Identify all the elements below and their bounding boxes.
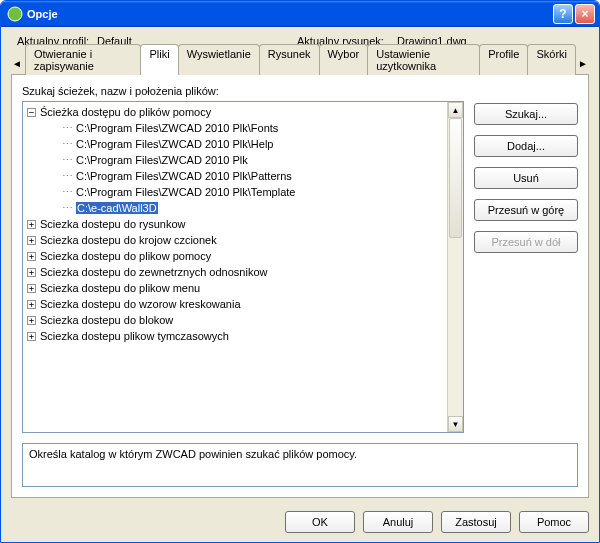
tree-child-label: C:\Program Files\ZWCAD 2010 Plk\Fonts bbox=[76, 122, 278, 134]
tab-profile[interactable]: Profile bbox=[479, 44, 528, 75]
side-buttons: Szukaj... Dodaj... Usuń Przesuń w górę P… bbox=[474, 101, 578, 433]
scroll-track[interactable] bbox=[448, 118, 463, 416]
tree-node-label: Sciezka dostepu do krojow czcionek bbox=[40, 234, 217, 246]
tree-child-label: C:\Program Files\ZWCAD 2010 Plk\Template bbox=[76, 186, 295, 198]
expand-icon[interactable]: + bbox=[27, 284, 36, 293]
svg-point-0 bbox=[8, 7, 22, 21]
tree-node-label: Sciezka dostepu do blokow bbox=[40, 314, 173, 326]
tree-child-label: C:\Program Files\ZWCAD 2010 Plk\Patterns bbox=[76, 170, 292, 182]
scroll-thumb[interactable] bbox=[449, 118, 462, 238]
app-icon bbox=[7, 6, 23, 22]
tree-connector-icon: ⋯ bbox=[62, 202, 72, 215]
tab-ustawienie-uzytkownika[interactable]: Ustawienie uzytkownika bbox=[367, 44, 480, 75]
cancel-button[interactable]: Anuluj bbox=[363, 511, 433, 533]
expand-icon[interactable]: + bbox=[27, 252, 36, 261]
tree-node[interactable]: +Sciezka dostepu do wzorow kreskowania bbox=[25, 296, 445, 312]
hint-panel: Określa katalog w którym ZWCAD powinien … bbox=[22, 443, 578, 487]
tab-strip: ◄ Otwieranie i zapisywaniePlikiWyswietla… bbox=[11, 53, 589, 75]
tree-node[interactable]: +Sciezka dostepu do zewnetrznych odnosni… bbox=[25, 264, 445, 280]
tree-child-path[interactable]: ⋯C:\Program Files\ZWCAD 2010 Plk\Fonts bbox=[25, 120, 445, 136]
move-up-button[interactable]: Przesuń w górę bbox=[474, 199, 578, 221]
tab-rysunek[interactable]: Rysunek bbox=[259, 44, 320, 75]
tabs-scroll-right[interactable]: ► bbox=[577, 55, 589, 71]
move-down-button[interactable]: Przesuń w dół bbox=[474, 231, 578, 253]
expand-icon[interactable]: + bbox=[27, 220, 36, 229]
add-button[interactable]: Dodaj... bbox=[474, 135, 578, 157]
panel-instruction: Szukaj ścieżek, nazw i położenia plików: bbox=[22, 85, 578, 97]
tree-child-path[interactable]: ⋯C:\Program Files\ZWCAD 2010 Plk\Pattern… bbox=[25, 168, 445, 184]
tree-node-label: Sciezka dostepu plikow tymczasowych bbox=[40, 330, 229, 342]
tree-child-path[interactable]: ⋯C:\Program Files\ZWCAD 2010 Plk bbox=[25, 152, 445, 168]
search-button[interactable]: Szukaj... bbox=[474, 103, 578, 125]
tree-child-label: C:\Program Files\ZWCAD 2010 Plk\Help bbox=[76, 138, 273, 150]
tree-child-path[interactable]: ⋯C:\e-cad\Wall3D bbox=[25, 200, 445, 216]
tree-node-label: Sciezka dostepu do plikow pomocy bbox=[40, 250, 211, 262]
tab-wybor[interactable]: Wybor bbox=[319, 44, 369, 75]
tree-node[interactable]: +Sciezka dostepu do blokow bbox=[25, 312, 445, 328]
apply-button[interactable]: Zastosuj bbox=[441, 511, 511, 533]
ok-button[interactable]: OK bbox=[285, 511, 355, 533]
path-tree-container: −Ścieżka dostępu do plików pomocy⋯C:\Pro… bbox=[22, 101, 464, 433]
expand-icon[interactable]: + bbox=[27, 236, 36, 245]
tree-node-label: Sciezka dostepu do zewnetrznych odnosnik… bbox=[40, 266, 267, 278]
tree-node-label: Sciezka dostepu do wzorow kreskowania bbox=[40, 298, 241, 310]
tab-wyswietlanie[interactable]: Wyswietlanie bbox=[178, 44, 260, 75]
help-window-button[interactable]: ? bbox=[553, 4, 573, 24]
expand-icon[interactable]: + bbox=[27, 300, 36, 309]
tree-node[interactable]: −Ścieżka dostępu do plików pomocy bbox=[25, 104, 445, 120]
title-bar: Opcje ? × bbox=[1, 1, 599, 27]
tab-skórki[interactable]: Skórki bbox=[527, 44, 576, 75]
expand-icon[interactable]: + bbox=[27, 332, 36, 341]
tabs-scroll-left[interactable]: ◄ bbox=[11, 55, 23, 71]
tree-node[interactable]: +Sciezka dostepu do plikow pomocy bbox=[25, 248, 445, 264]
tree-node-label: Ścieżka dostępu do plików pomocy bbox=[40, 106, 211, 118]
expand-icon[interactable]: + bbox=[27, 268, 36, 277]
hint-text: Określa katalog w którym ZWCAD powinien … bbox=[29, 448, 357, 460]
tab-otwieranie-i-zapisywanie[interactable]: Otwieranie i zapisywanie bbox=[25, 44, 141, 75]
scroll-down-button[interactable]: ▼ bbox=[448, 416, 463, 432]
tree-node[interactable]: +Sciezka dostepu do plikow menu bbox=[25, 280, 445, 296]
tree-connector-icon: ⋯ bbox=[62, 170, 72, 183]
tree-node[interactable]: +Sciezka dostepu do rysunkow bbox=[25, 216, 445, 232]
options-dialog: Opcje ? × Aktualny profil: Default Aktua… bbox=[0, 0, 600, 543]
tab-panel-files: Szukaj ścieżek, nazw i położenia plików:… bbox=[11, 75, 589, 498]
tree-child-path[interactable]: ⋯C:\Program Files\ZWCAD 2010 Plk\Templat… bbox=[25, 184, 445, 200]
tree-node[interactable]: +Sciezka dostepu do krojow czcionek bbox=[25, 232, 445, 248]
close-window-button[interactable]: × bbox=[575, 4, 595, 24]
remove-button[interactable]: Usuń bbox=[474, 167, 578, 189]
expand-icon[interactable]: + bbox=[27, 316, 36, 325]
tree-child-label: C:\e-cad\Wall3D bbox=[76, 202, 158, 214]
tree-connector-icon: ⋯ bbox=[62, 122, 72, 135]
tree-node[interactable]: +Sciezka dostepu plikow tymczasowych bbox=[25, 328, 445, 344]
scroll-up-button[interactable]: ▲ bbox=[448, 102, 463, 118]
tree-connector-icon: ⋯ bbox=[62, 154, 72, 167]
path-tree[interactable]: −Ścieżka dostępu do plików pomocy⋯C:\Pro… bbox=[23, 102, 447, 432]
tree-child-path[interactable]: ⋯C:\Program Files\ZWCAD 2010 Plk\Help bbox=[25, 136, 445, 152]
help-button[interactable]: Pomoc bbox=[519, 511, 589, 533]
dialog-footer: OK Anuluj Zastosuj Pomoc bbox=[1, 502, 599, 542]
tree-child-label: C:\Program Files\ZWCAD 2010 Plk bbox=[76, 154, 248, 166]
tab-pliki[interactable]: Pliki bbox=[140, 44, 178, 75]
collapse-icon[interactable]: − bbox=[27, 108, 36, 117]
scrollbar[interactable]: ▲ ▼ bbox=[447, 102, 463, 432]
window-title: Opcje bbox=[27, 8, 551, 20]
tree-connector-icon: ⋯ bbox=[62, 138, 72, 151]
tree-node-label: Sciezka dostepu do rysunkow bbox=[40, 218, 186, 230]
tree-connector-icon: ⋯ bbox=[62, 186, 72, 199]
tree-node-label: Sciezka dostepu do plikow menu bbox=[40, 282, 200, 294]
